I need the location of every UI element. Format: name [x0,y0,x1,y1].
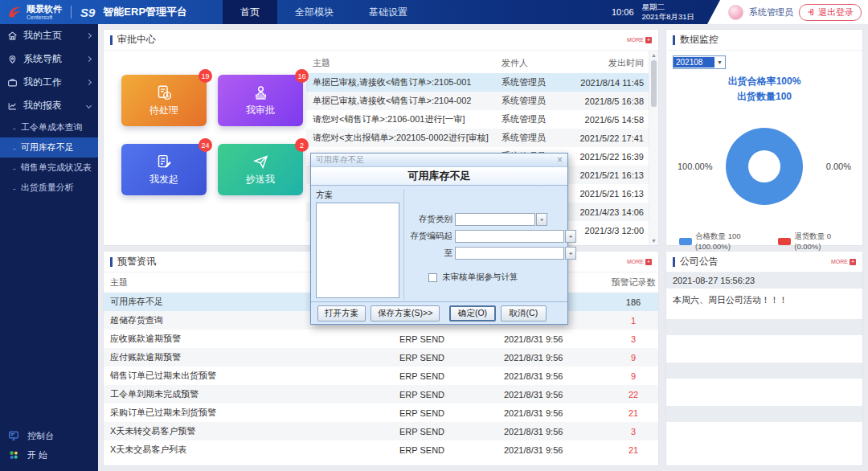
nav-tab[interactable]: 基础设置 [351,0,425,24]
tile-cc-to-me[interactable]: 2 抄送我 [218,144,303,195]
row-subject: 单据已审核,请接收<销售订单>:2104-002 [306,95,502,107]
table-row[interactable]: 应收账款逾期预警 ERP SEND 2021/8/31 9:56 3 [104,330,658,348]
badge-count: 24 [199,138,212,152]
tile-initiated-by-me[interactable]: 24 我发起 [121,144,207,195]
tile-pending[interactable]: 19 待处理 [121,75,207,126]
scroll-down-icon[interactable]: ▼ [651,238,657,244]
table-row[interactable]: 采购订单已过期未到货预警 ERP SEND 2021/8/31 9:56 21 [104,403,658,422]
sidebar-subitem[interactable]: 销售单完成状况表 [0,158,98,178]
row-count: 9 [608,371,658,381]
logout-button[interactable]: 退出登录 [799,4,862,21]
sidebar-footer: 控制台 开 始 [0,423,98,471]
row-time: 2021/5/21 16:13 [570,189,649,199]
briefcase-icon [7,77,18,88]
announcements-body: 2021-08-27 15:56:23 本周六、周日公司活动！！！ [666,272,862,465]
announcement-time[interactable]: 2021-08-27 15:56:23 [666,272,862,289]
tile-my-approvals[interactable]: 16 我审批 [218,75,303,126]
empty-row [666,335,862,362]
tile-label: 抄送我 [246,173,275,186]
category-input[interactable] [455,213,535,226]
scrollbar-thumb[interactable] [651,60,657,107]
open-scheme-button[interactable]: 打开方案 [317,305,366,322]
table-row[interactable]: X天未交易客户列表 ERP SEND 2021/8/31 9:56 21 [104,440,658,459]
badge-count: 16 [295,69,309,83]
col-subject: 主题 [306,57,502,69]
clock-date: 星期二 2021年8月31日 [642,2,694,23]
category-picker-button[interactable] [536,213,547,226]
unaudited-checkbox[interactable] [428,273,437,282]
empty-row [666,406,862,422]
home-icon [7,31,18,41]
period-select[interactable]: 202108 ▼ [673,55,726,69]
code-from-input[interactable] [455,230,564,243]
sidebar-item-home[interactable]: 我的主页 [0,24,98,47]
row-subject: 请您对<支出报销单>:202105-0002进行[审核] [306,132,502,144]
sidebar-item-label: 系统导航 [23,52,62,66]
row-subject: 应付账款逾期预警 [104,351,399,363]
weekday: 星期二 [642,2,694,12]
row-count: 21 [608,408,658,418]
more-button[interactable]: MORE [627,37,652,43]
legend-label: 退货数量 0 (0.00%) [794,231,850,251]
brand-subtitle: Centersoft [27,14,62,20]
main-nav: 首页 全部模块 基础设置 [223,0,425,24]
close-icon[interactable]: × [557,155,563,165]
table-row[interactable]: 工令单到期未完成预警 ERP SEND 2021/8/31 9:56 22 [104,385,658,403]
ok-button[interactable]: 确定(O) [449,305,495,322]
sidebar-item-reports[interactable]: 我的报表 [0,94,98,117]
row-count: 21 [608,445,658,455]
scroll-up-icon[interactable]: ▲ [651,52,657,58]
cancel-button[interactable]: 取消(C) [501,305,547,322]
logout-label: 退出登录 [818,6,854,18]
announcement-text[interactable]: 本周六、周日公司活动！！！ [666,289,862,319]
dialog-titlebar[interactable]: 可用库存不足 × [311,154,567,167]
more-button[interactable]: MORE [627,259,652,265]
row-subject: X天未转交易客户预警 [104,425,399,437]
more-plus-icon [850,259,856,265]
sidebar-item-work[interactable]: 我的工作 [0,71,98,94]
user-avatar[interactable] [728,5,743,20]
row-time: 2021/8/5 16:38 [570,96,649,106]
more-label: MORE [627,37,644,43]
donut-left-label: 100.00% [678,162,712,171]
chevron-down-icon: ▼ [714,59,725,65]
console-button[interactable]: 控制台 [0,426,98,445]
table-row[interactable]: 单据已审核,请接收<销售订单>:2105-001 系统管理员 2021/8/14… [306,73,649,92]
table-row[interactable]: 请您对<支出报销单>:202105-0002进行[审核] 系统管理员 2021/… [306,129,649,147]
code-from-picker-button[interactable] [565,230,576,243]
code-to-input[interactable] [455,247,564,260]
more-button[interactable]: MORE [831,259,856,265]
sidebar-subitem[interactable]: 工令单成本查询 [0,117,98,137]
chart-legend: 合格数量 100 (100.00%) 退货数量 0 (0.00%) [673,225,856,251]
more-label: MORE [627,259,644,264]
sidebar-subitem[interactable]: 出货质量分析 [0,178,98,198]
row-count: 3 [608,427,658,436]
row-subject: 请您对<销售订单>:2106-001进行[一审] [306,113,502,125]
vertical-scrollbar[interactable]: ▲ ▼ [649,51,658,245]
start-button[interactable]: 开 始 [0,445,98,465]
table-row[interactable]: 请您对<销售订单>:2106-001进行[一审] 系统管理员 2021/6/5 … [306,110,649,129]
row-sender: 系统管理员 [502,113,570,125]
save-scheme-button[interactable]: 保存方案(S)>> [371,305,440,322]
table-row[interactable]: 销售订单已过期未出货预警 ERP SEND 2021/8/31 9:56 9 [104,367,658,385]
data-monitor-panel: 数据监控 202108 ▼ 出货合格率100% 出货数量100 100.00% … [665,29,863,246]
code-to-picker-button[interactable] [565,247,576,260]
sidebar-item-navigation[interactable]: 系统导航 [0,47,98,71]
table-row[interactable]: 应付账款逾期预警 ERP SEND 2021/8/31 9:56 9 [104,348,658,367]
panel-title: 公司公告 [680,255,719,268]
row-subject: X天未交易客户列表 [104,444,399,456]
table-row[interactable]: 单据已审核,请接收<销售订单>:2104-002 系统管理员 2021/8/5 … [306,92,649,110]
nav-tab[interactable]: 全部模块 [277,0,351,24]
sidebar-subitem[interactable]: 可用库存不足 [0,137,98,158]
legend-swatch [679,238,692,245]
product-badge: S9 [80,6,95,19]
scheme-section: 方案 [314,189,404,300]
legend-swatch [778,238,791,245]
sidebar: 我的主页 系统导航 我的工作 我的报表 工令单成本 [0,24,98,471]
chevron-right-icon [86,33,92,39]
stat-ship-qty: 出货数量100 [673,89,856,104]
nav-tab[interactable]: 首页 [223,0,277,24]
table-row[interactable]: X天未转交易客户预警 ERP SEND 2021/8/31 9:56 3 [104,422,658,440]
panel-accent-bar [110,35,113,45]
scheme-listbox[interactable] [316,203,399,298]
